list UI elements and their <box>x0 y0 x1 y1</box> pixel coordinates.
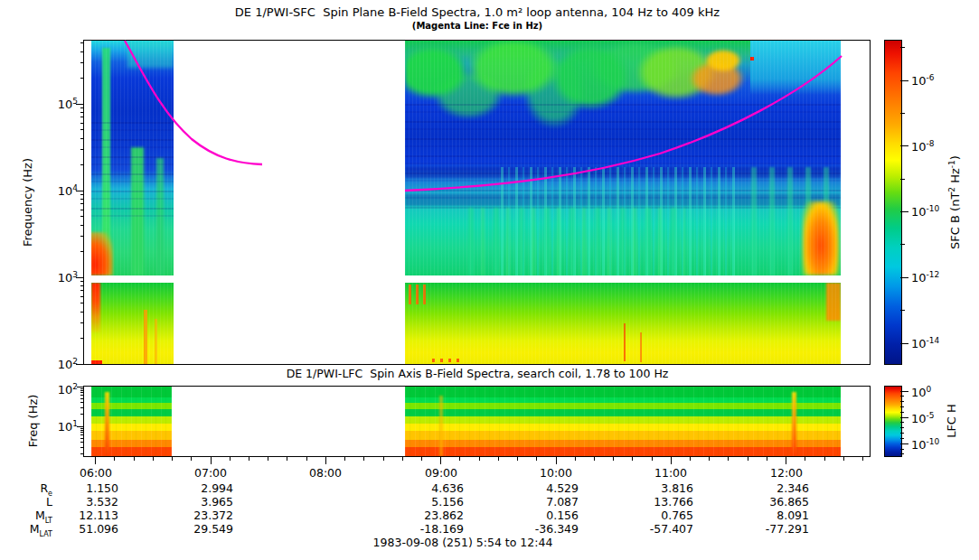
lfc-spectrogram-panel <box>83 386 871 457</box>
mlt-value: 23.372 <box>150 509 233 522</box>
sfc-ytick-1e3: 103 <box>34 268 78 285</box>
sfc-data-segment-left-upper <box>91 41 174 275</box>
lfc-cbar-tick-1e-10: 10-10 <box>911 435 939 452</box>
ephemeris-column-0800 <box>265 481 348 536</box>
re-value <box>265 481 348 495</box>
sfc-data-segment-right-lower <box>405 283 841 364</box>
l-value <box>265 495 348 509</box>
lfc-ytick-1e1: 101 <box>34 417 78 434</box>
l-value: 3.532 <box>35 495 118 509</box>
time-tick-1200: 12:00 <box>770 466 803 480</box>
vertical-texture <box>91 387 172 456</box>
mlat-value: 51.096 <box>35 522 118 536</box>
mlt-value: 23.862 <box>381 509 464 522</box>
vertical-texture <box>91 41 174 275</box>
mlat-value: -77.291 <box>726 522 809 536</box>
sfc-panel-subtitle: (Magenta Line: Fce in Hz) <box>412 21 542 31</box>
sfc-cbar-tick-1e-10: 10-10 <box>911 202 939 219</box>
sfc-cbar-tick-1e-14: 10-14 <box>911 334 939 350</box>
vertical-texture <box>405 283 841 364</box>
mlt-value: 12.113 <box>35 509 118 522</box>
l-value: 3.965 <box>150 495 233 509</box>
time-tick-1000: 10:00 <box>540 466 572 480</box>
re-value: 2.346 <box>726 481 809 495</box>
sfc-ytick-1e2: 102 <box>34 355 78 371</box>
sfc-colorbar <box>884 40 902 365</box>
lfc-cbar-tick-1e-5: 10-5 <box>911 409 935 425</box>
ephemeris-column-1200: 2.346 36.865 8.091 -77.291 <box>726 481 809 536</box>
sfc-panel-title: DE 1/PWI-SFC Spin Plane B-Field Spectra,… <box>235 5 720 19</box>
mlt-value <box>265 509 348 522</box>
sfc-ytick-1e5: 105 <box>34 95 78 111</box>
time-tick-0600: 06:00 <box>80 466 112 480</box>
lfc-data-segment-left <box>91 387 172 456</box>
re-value: 2.994 <box>150 481 233 495</box>
mlat-value: 29.549 <box>150 522 233 536</box>
lfc-data-segment-right <box>405 387 841 456</box>
date-range-footer: 1983-09-08 (251) 5:54 to 12:44 <box>373 536 553 549</box>
ephemeris-column-1000: 4.529 7.087 0.156 -36.349 <box>495 481 579 536</box>
mlt-value: 8.091 <box>726 509 809 522</box>
vertical-texture <box>91 283 174 364</box>
mlat-value: -36.349 <box>495 522 579 536</box>
lfc-ytick-1e2: 102 <box>34 380 78 397</box>
sfc-colorbar-label: SFC B (nT2 Hz-1) <box>947 155 962 249</box>
re-value: 1.150 <box>35 481 118 495</box>
time-tick-0900: 09:00 <box>425 466 457 480</box>
lfc-panel-title: DE 1/PWI-LFC Spin Axis B-Field Spectra, … <box>287 367 669 380</box>
sfc-spectrogram-panel <box>83 40 871 365</box>
sfc-data-segment-left-lower <box>91 283 174 364</box>
l-value: 5.156 <box>381 495 464 509</box>
sfc-cbar-tick-1e-8: 10-8 <box>911 137 935 154</box>
ephemeris-column-1100: 3.816 13.766 0.765 -57.407 <box>610 481 693 536</box>
ephemeris-column-0600: 1.150 3.532 12.113 51.096 <box>35 481 118 536</box>
l-value: 13.766 <box>610 495 693 509</box>
mlat-value: -18.169 <box>381 522 464 536</box>
vertical-texture <box>405 41 841 275</box>
mlt-value: 0.765 <box>610 509 693 522</box>
mlt-value: 0.156 <box>495 509 579 522</box>
ephemeris-column-0900: 4.636 5.156 23.862 -18.169 <box>381 481 464 536</box>
re-value: 4.636 <box>381 481 464 495</box>
vertical-texture <box>405 387 841 456</box>
l-value: 36.865 <box>726 495 809 509</box>
re-value: 4.529 <box>495 481 579 495</box>
lfc-cbar-tick-1e0: 100 <box>911 383 931 399</box>
mlat-value <box>265 522 348 536</box>
time-tick-1100: 11:00 <box>654 466 687 480</box>
re-value: 3.816 <box>610 481 693 495</box>
lfc-colorbar <box>884 386 902 457</box>
mlat-value: -57.407 <box>610 522 693 536</box>
sfc-data-segment-right-upper <box>405 41 841 275</box>
sfc-ytick-1e4: 104 <box>34 182 78 198</box>
l-value: 7.087 <box>495 495 579 509</box>
ephemeris-column-0700: 2.994 3.965 23.372 29.549 <box>150 481 233 536</box>
sfc-cbar-tick-1e-12: 10-12 <box>911 268 939 285</box>
sfc-cbar-tick-1e-6: 10-6 <box>911 71 935 88</box>
lfc-colorbar-label: LFC H <box>945 404 958 438</box>
sfc-ylabel: Frequency (Hz) <box>21 158 34 247</box>
spectrogram-page: DE 1/PWI-SFC Spin Plane B-Field Spectra,… <box>0 0 979 560</box>
time-tick-0800: 08:00 <box>309 466 342 480</box>
time-tick-0700: 07:00 <box>194 466 227 480</box>
